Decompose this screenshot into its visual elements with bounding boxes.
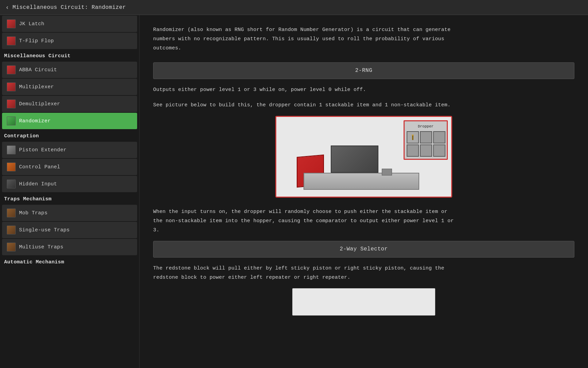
gray-platform bbox=[304, 173, 419, 190]
sidebar-item-randomizer[interactable]: Randomizer bbox=[2, 113, 137, 129]
t-flip-flop-icon bbox=[7, 36, 16, 45]
jk-latch-icon bbox=[7, 19, 16, 28]
sidebar-item-label: Hidden Input bbox=[19, 181, 132, 187]
image-background: Dropper bbox=[276, 117, 451, 197]
dropper-cell-5 bbox=[420, 144, 432, 157]
sidebar-item-single-use-traps[interactable]: Single-use Traps bbox=[2, 222, 137, 238]
mob-traps-icon bbox=[7, 209, 16, 217]
dropper-cell-6 bbox=[433, 144, 445, 157]
sidebar[interactable]: JK Latch T-Flip Flop Miscellaneous Circu… bbox=[0, 15, 140, 368]
back-arrow-icon[interactable]: ‹ bbox=[5, 4, 9, 11]
sidebar-item-label: Control Panel bbox=[19, 164, 132, 170]
content-para-outputs: Outputs either power level 1 or 3 while … bbox=[153, 85, 459, 94]
sidebar-item-label: ABBA Circuit bbox=[19, 67, 132, 73]
dropper-cell-4 bbox=[407, 144, 419, 157]
sidebar-item-control-panel[interactable]: Control Panel bbox=[2, 159, 137, 175]
control-panel-icon bbox=[7, 163, 16, 171]
piston-extender-icon bbox=[7, 145, 16, 154]
sidebar-section-contraption: Contraption bbox=[0, 130, 139, 141]
sidebar-item-mob-traps[interactable]: Mob Traps bbox=[2, 205, 137, 221]
main-layout: JK Latch T-Flip Flop Miscellaneous Circu… bbox=[0, 15, 588, 368]
sidebar-item-jk-latch[interactable]: JK Latch bbox=[2, 16, 137, 32]
small-detail bbox=[382, 169, 392, 175]
section-header-2way: 2-Way Selector bbox=[153, 241, 574, 258]
sidebar-item-hidden-input[interactable]: Hidden Input bbox=[2, 176, 137, 192]
content-intro: Randomizer (also known as RNG short for … bbox=[153, 25, 459, 53]
sidebar-item-label: JK Latch bbox=[19, 21, 132, 27]
sidebar-item-demultiplexer[interactable]: Demultiplexer bbox=[2, 96, 137, 112]
sidebar-item-label: Mob Traps bbox=[19, 210, 132, 216]
sidebar-item-label: Multiplexer bbox=[19, 84, 132, 90]
sidebar-item-label: Randomizer bbox=[19, 118, 132, 124]
sidebar-item-label: Piston Extender bbox=[19, 147, 132, 153]
machine-box bbox=[331, 145, 378, 173]
sidebar-item-piston-extender[interactable]: Piston Extender bbox=[2, 142, 137, 158]
sidebar-item-multiplexer[interactable]: Multiplexer bbox=[2, 79, 137, 95]
dropper-cell-3 bbox=[433, 131, 445, 143]
content-para-redstone: The redstone block will pull either by l… bbox=[153, 264, 459, 282]
stick-icon bbox=[409, 134, 416, 141]
dropper-cell-1 bbox=[407, 131, 419, 143]
sidebar-item-label: T-Flip Flop bbox=[19, 38, 132, 44]
randomizer-image: Dropper bbox=[275, 116, 452, 198]
dropper-cell-2 bbox=[420, 131, 432, 143]
sidebar-item-label: Demultiplexer bbox=[19, 101, 132, 107]
content-area: Randomizer (also known as RNG short for … bbox=[140, 15, 588, 368]
svg-rect-1 bbox=[412, 135, 414, 136]
section-header-2rng: 2-RNG bbox=[153, 62, 574, 79]
sidebar-section-misc-circuit: Miscellaneous Circuit bbox=[0, 50, 139, 61]
sidebar-item-abba-circuit[interactable]: ABBA Circuit bbox=[2, 62, 137, 78]
titlebar: ‹ Miscellaneous Circuit: Randomizer bbox=[0, 0, 588, 15]
sidebar-item-label: Multiuse Traps bbox=[19, 244, 132, 250]
sidebar-item-t-flip-flop[interactable]: T-Flip Flop bbox=[2, 33, 137, 49]
hidden-input-icon bbox=[7, 180, 16, 188]
dropper-label: Dropper bbox=[407, 123, 445, 130]
dropper-overlay: Dropper bbox=[404, 120, 448, 160]
sidebar-section-automatic: Automatic Mechanism bbox=[0, 256, 139, 267]
content-para-when-input: When the input turns on, the dropper wil… bbox=[153, 207, 459, 235]
multiuse-traps-icon bbox=[7, 243, 16, 251]
second-image bbox=[292, 288, 435, 316]
randomizer-icon bbox=[7, 117, 16, 125]
multiplexer-icon bbox=[7, 82, 16, 91]
abba-circuit-icon bbox=[7, 65, 16, 74]
page-title: Miscellaneous Circuit: Randomizer bbox=[13, 4, 126, 11]
content-para-see-picture: See picture below to build this, the dro… bbox=[153, 101, 459, 110]
single-use-traps-icon bbox=[7, 226, 16, 234]
demultiplexer-icon bbox=[7, 99, 16, 108]
sidebar-item-multiuse-traps[interactable]: Multiuse Traps bbox=[2, 239, 137, 255]
dropper-grid bbox=[407, 131, 445, 157]
sidebar-section-traps: Traps Mechanism bbox=[0, 193, 139, 204]
sidebar-item-label: Single-use Traps bbox=[19, 227, 132, 233]
